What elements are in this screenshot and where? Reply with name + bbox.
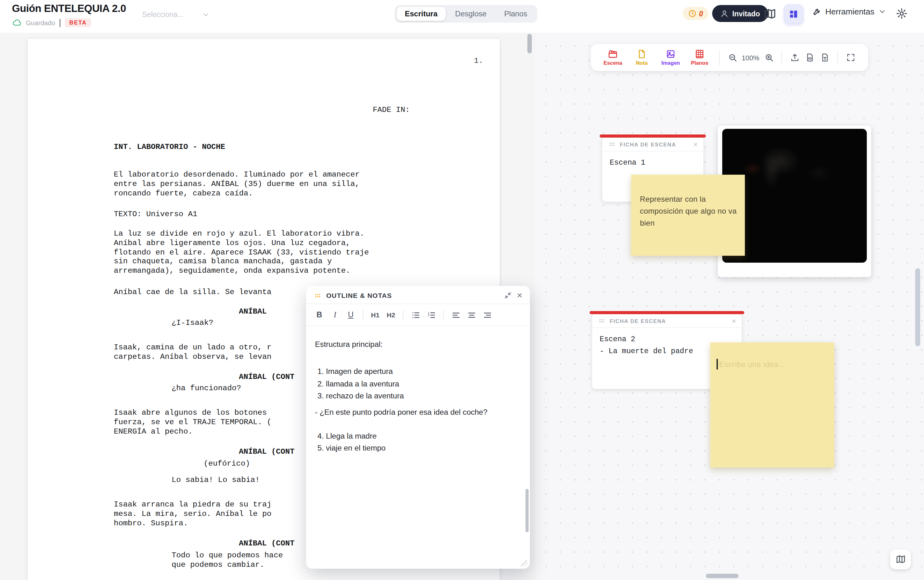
bullet-list-button[interactable] bbox=[409, 308, 422, 322]
script-action: Isaak arranca la piedra de su traj mesa.… bbox=[114, 500, 272, 528]
numbered-list-button[interactable]: 12 bbox=[424, 308, 438, 322]
outline-panel-header: OUTLINE & NOTAS × bbox=[306, 286, 530, 303]
divider bbox=[837, 50, 838, 65]
sticky-note-1[interactable]: Representar con la composición que algo … bbox=[631, 175, 745, 256]
outline-scrollbar[interactable] bbox=[525, 489, 529, 532]
outline-notes-panel[interactable]: OUTLINE & NOTAS × BIUH1H212 Estructura p… bbox=[306, 286, 530, 569]
map-icon bbox=[895, 554, 906, 564]
italic-button[interactable]: I bbox=[328, 308, 342, 322]
upload-icon bbox=[790, 53, 799, 62]
close-icon[interactable]: × bbox=[517, 292, 522, 299]
outline-panel-title: OUTLINE & NOTAS bbox=[326, 292, 499, 299]
guest-label: Invitado bbox=[732, 10, 760, 17]
zoomin-icon bbox=[764, 53, 774, 62]
underline-button[interactable]: U bbox=[344, 308, 358, 322]
clapper-icon bbox=[608, 49, 618, 59]
tools-menu-button[interactable]: Herramientas bbox=[812, 7, 886, 16]
minimize-icon[interactable] bbox=[503, 291, 512, 300]
drag-handle-icon[interactable] bbox=[598, 317, 606, 325]
chevron-down-icon bbox=[202, 10, 210, 18]
close-icon[interactable]: × bbox=[693, 141, 698, 147]
outline-line: 5. viaje en el tiempo bbox=[317, 444, 386, 452]
cloud-saved-icon bbox=[13, 18, 21, 27]
layout-grid-button[interactable] bbox=[784, 4, 803, 24]
map-view-button[interactable] bbox=[764, 8, 776, 20]
zoom-out-button[interactable] bbox=[725, 50, 740, 65]
timer-count: 0 bbox=[699, 10, 703, 17]
canvas-horizontal-scrollbar[interactable] bbox=[706, 574, 739, 578]
tab-desglose[interactable]: Desglose bbox=[447, 7, 495, 21]
imagen-label: Imagen bbox=[661, 60, 680, 66]
guest-user-button[interactable]: Invitado bbox=[712, 5, 768, 22]
alignL-icon bbox=[451, 310, 460, 320]
align-left-button[interactable] bbox=[449, 308, 463, 322]
sticky-note-2[interactable]: Escribe una idea... bbox=[710, 343, 834, 468]
beta-badge: BETA bbox=[65, 18, 91, 27]
tab-planos[interactable]: Planos bbox=[496, 7, 535, 21]
canvas-toolbar: EscenaNotaImagenPlanos100% bbox=[591, 44, 868, 71]
minimap-button[interactable] bbox=[890, 549, 911, 569]
add-planos-button[interactable]: Planos bbox=[685, 49, 714, 66]
add-escena-button[interactable]: Escena bbox=[598, 49, 627, 66]
sticky-note-placeholder: Escribe una idea... bbox=[719, 360, 785, 369]
note-icon bbox=[637, 49, 647, 59]
settings-gear-button[interactable] bbox=[896, 8, 908, 20]
script-character: ANÍBAL (CONT bbox=[239, 372, 294, 382]
person-icon bbox=[720, 10, 729, 18]
export-button[interactable] bbox=[787, 50, 802, 65]
app-title: Guión ENTELEQUIA 2.0 bbox=[12, 3, 126, 15]
app-root: Guión ENTELEQUIA 2.0 Guardado BETA Selec… bbox=[0, 0, 924, 580]
filecode-icon bbox=[805, 53, 814, 62]
script-dialogue: ¿I-Isaak? bbox=[172, 319, 213, 328]
filetext-icon bbox=[820, 53, 829, 62]
tab-escritura[interactable]: Escritura bbox=[397, 7, 446, 21]
canvas-vertical-scrollbar[interactable] bbox=[915, 268, 920, 346]
divider bbox=[59, 18, 60, 27]
fullscreen-button[interactable] bbox=[843, 50, 858, 65]
align-right-button[interactable] bbox=[480, 308, 494, 322]
grid-icon bbox=[788, 9, 799, 20]
script-dialogue: ¿ha funcionado? bbox=[172, 384, 241, 393]
board-canvas[interactable]: EscenaNotaImagenPlanos100% FICHA DE ESCE… bbox=[535, 33, 924, 580]
add-imagen-button[interactable]: Imagen bbox=[656, 49, 685, 66]
zoom-in-button[interactable] bbox=[761, 50, 776, 65]
divider bbox=[781, 50, 782, 65]
drag-handle-icon[interactable] bbox=[314, 291, 322, 300]
drag-handle-icon[interactable] bbox=[608, 140, 616, 148]
zoomout-icon bbox=[728, 53, 737, 62]
close-icon[interactable]: × bbox=[732, 318, 736, 324]
tools-label: Herramientas bbox=[825, 7, 874, 16]
scene-select-placeholder: Selecciona... bbox=[142, 11, 183, 18]
bold-button[interactable]: B bbox=[312, 308, 326, 322]
alignR-icon bbox=[482, 310, 492, 320]
saved-status-label: Guardado bbox=[26, 19, 55, 26]
script-action: TEXTO: Universo A1 bbox=[114, 210, 197, 219]
script-action: Isaak abre algunos de los botones fuerza… bbox=[114, 409, 272, 437]
resize-handle[interactable] bbox=[521, 560, 527, 566]
scene-select[interactable]: Selecciona... bbox=[142, 8, 210, 21]
outline-editor[interactable]: Estructura principal:1. Imagen de apertu… bbox=[306, 326, 530, 565]
outline-line: Estructura principal: bbox=[315, 340, 383, 349]
file-text-button[interactable] bbox=[817, 50, 832, 65]
escena-label: Escena bbox=[604, 60, 622, 66]
top-bar: Guión ENTELEQUIA 2.0 Guardado BETA Selec… bbox=[0, 0, 924, 33]
image-icon bbox=[666, 49, 676, 59]
align-center-button[interactable] bbox=[465, 308, 478, 322]
file-code-button[interactable] bbox=[802, 50, 817, 65]
heading2-button[interactable]: H2 bbox=[384, 308, 398, 322]
document-scrollbar[interactable] bbox=[527, 34, 532, 53]
scene-card-body[interactable]: Escena 1 bbox=[602, 151, 703, 175]
script-action: Isaak, camina de un lado a otro, r carpe… bbox=[114, 343, 272, 362]
outline-line: 4. Llega la madre bbox=[317, 432, 376, 440]
outline-format-toolbar: BIUH1H212 bbox=[306, 303, 530, 326]
heading1-button[interactable]: H1 bbox=[368, 308, 382, 322]
outline-line: 1. Imagen de apertura bbox=[317, 367, 393, 376]
scene-card-title: FICHA DE ESCENA bbox=[610, 318, 728, 324]
fullscreen-icon bbox=[846, 53, 855, 62]
film-icon bbox=[695, 49, 705, 59]
timer-badge[interactable]: 0 bbox=[683, 7, 709, 20]
script-action: La luz se divide en rojo y azul. El labo… bbox=[114, 229, 369, 276]
add-nota-button[interactable]: Nota bbox=[627, 49, 656, 66]
zoom-level: 100% bbox=[740, 54, 761, 61]
script-character: ANÍBAL (CONT bbox=[239, 447, 294, 457]
